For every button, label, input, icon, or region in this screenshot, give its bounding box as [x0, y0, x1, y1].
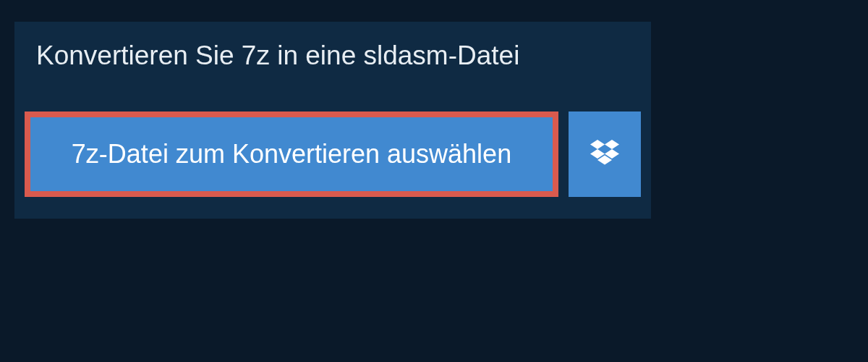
page-title: Konvertieren Sie 7z in eine sldasm-Datei: [36, 41, 568, 71]
title-bar: Konvertieren Sie 7z in eine sldasm-Datei: [14, 22, 590, 90]
select-file-button[interactable]: 7z-Datei zum Konvertieren auswählen: [25, 111, 558, 197]
dropbox-icon: [590, 140, 619, 169]
dropbox-button[interactable]: [569, 111, 641, 197]
select-file-label: 7z-Datei zum Konvertieren auswählen: [72, 139, 511, 169]
converter-card: Konvertieren Sie 7z in eine sldasm-Datei…: [14, 22, 651, 219]
button-row: 7z-Datei zum Konvertieren auswählen: [14, 90, 651, 219]
